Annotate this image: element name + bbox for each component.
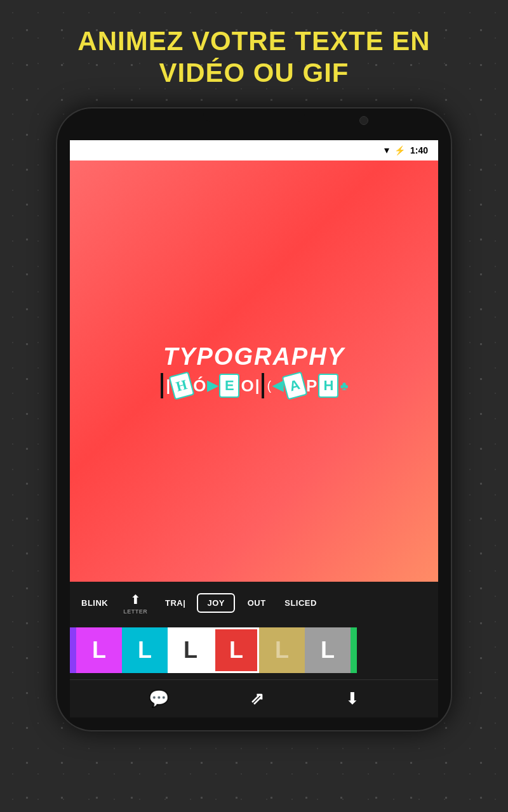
tab-blink[interactable]: BLINK <box>75 594 114 612</box>
anim-tabs: BLINK ⬆ LETTER TRA| JOY OUT SLICED <box>70 582 438 622</box>
swatch-green-strip <box>351 627 357 673</box>
tab-sliced[interactable]: SLICED <box>278 594 323 612</box>
phone-top-bar <box>57 108 451 140</box>
anim-letter-h2: H <box>318 374 338 398</box>
preview-animated-text: | H Ó ▶ E O | ( ◀ A P H ♣ <box>159 373 348 398</box>
preview-area: TYPOGRAPHY | H Ó ▶ E O | ( ◀ A P H ♣ <box>70 160 438 582</box>
color-swatches: L L L L L L <box>70 622 438 679</box>
tab-letter[interactable]: ⬆ LETTER <box>117 588 154 619</box>
bottom-nav: 💬 ⇗ ⬇ <box>70 679 438 717</box>
messenger-icon[interactable]: 💬 <box>149 689 169 709</box>
cursor-bar-1 <box>161 373 163 398</box>
status-bar: ▾ ⚡ 1:40 <box>70 140 438 160</box>
phone-shell: ▾ ⚡ 1:40 TYPOGRAPHY | H Ó ▶ E O | ( ◀ A … <box>57 108 451 730</box>
swatch-white[interactable]: L <box>168 627 213 673</box>
phone-notch <box>203 108 305 122</box>
swatch-magenta[interactable]: L <box>76 627 122 673</box>
swatch-gray[interactable]: L <box>305 627 351 673</box>
swatch-tan[interactable]: L <box>259 627 305 673</box>
swatch-red-selected[interactable]: L <box>213 627 259 673</box>
phone-screen: ▾ ⚡ 1:40 TYPOGRAPHY | H Ó ▶ E O | ( ◀ A … <box>70 140 438 717</box>
anim-letter-arrow2: ◀ <box>272 377 283 394</box>
headline-line1: ANIMEZ VOTRE TEXTE EN <box>77 26 430 56</box>
cursor-bar-2 <box>262 373 264 398</box>
anim-letter-o2: O <box>241 376 253 396</box>
tab-joy[interactable]: JOY <box>197 593 235 613</box>
tab-tra[interactable]: TRA| <box>156 594 194 612</box>
share-icon[interactable]: ⇗ <box>250 689 264 709</box>
headline-line2: VIDÉO OU GIF <box>159 58 349 88</box>
tab-out[interactable]: OUT <box>237 594 276 612</box>
anim-letter-a: A <box>282 372 308 400</box>
status-time: 1:40 <box>410 145 428 155</box>
anim-letter-o: Ó <box>193 376 206 396</box>
swatch-cyan[interactable]: L <box>122 627 168 673</box>
battery-icon: ⚡ <box>394 145 405 155</box>
anim-letter-arrow1: ▶ <box>207 377 218 394</box>
headline: ANIMEZ VOTRE TEXTE EN VIDÉO OU GIF <box>39 0 468 108</box>
swatch-purple-strip <box>70 627 76 673</box>
download-icon[interactable]: ⬇ <box>345 689 359 709</box>
wifi-icon: ▾ <box>384 144 389 156</box>
preview-main-text: TYPOGRAPHY <box>163 343 345 370</box>
phone-camera <box>359 116 368 125</box>
anim-letter-p: P <box>306 376 317 396</box>
anim-letter-e: E <box>219 374 239 398</box>
anim-letter-h: H <box>169 372 195 400</box>
bottom-panel: BLINK ⬆ LETTER TRA| JOY OUT SLICED <box>70 582 438 717</box>
